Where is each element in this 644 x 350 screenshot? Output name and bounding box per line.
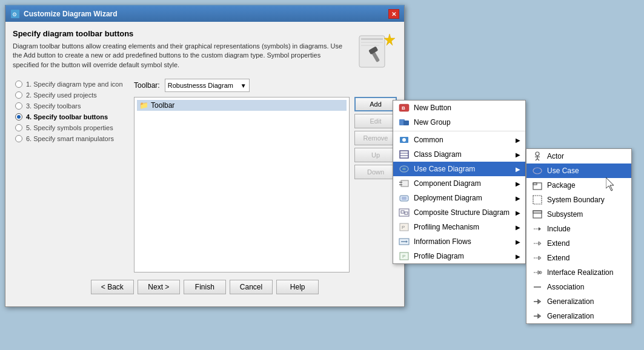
- menu-item-composite-structure[interactable]: Composite Structure Diagram ▶: [393, 205, 525, 220]
- svg-point-19: [402, 168, 406, 170]
- step4-label: 4. Specify toolbar buttons: [26, 113, 108, 121]
- deployment-diagram-icon: [398, 193, 410, 203]
- back-button[interactable]: < Back: [91, 280, 134, 294]
- submenu-system-boundary-label: System Boundary: [547, 196, 605, 204]
- edit-button[interactable]: Edit: [354, 114, 397, 128]
- menu-info-flows-label: Information Flows: [414, 237, 471, 246]
- menu-item-use-case-diagram[interactable]: Use Case Diagram ▶: [393, 162, 525, 176]
- help-button[interactable]: Help: [276, 280, 319, 294]
- svg-rect-43: [533, 196, 542, 204]
- submenu-use-case-label: Use Case: [547, 167, 579, 175]
- svg-line-39: [537, 159, 539, 160]
- submenu-subsystem-label: Subsystem: [547, 210, 583, 219]
- submenu-item-association[interactable]: Association: [526, 280, 631, 294]
- main-content: 1. Specify diagram type and icon 2. Spec…: [13, 79, 397, 272]
- finish-button[interactable]: Finish: [184, 280, 226, 294]
- component-arrow-icon: ▶: [516, 180, 520, 187]
- step5-label: 5. Specify symbols properties: [26, 124, 113, 131]
- menu-item-new-button[interactable]: B New Button: [393, 101, 525, 115]
- submenu-item-extend1[interactable]: Extend: [526, 236, 631, 251]
- submenu-association-label: Association: [547, 283, 584, 291]
- sidebar-item-step3[interactable]: 3. Specify toolbars: [13, 101, 128, 111]
- profiling-arrow-icon: ▶: [516, 224, 520, 231]
- menu-separator-1: [393, 131, 525, 131]
- svg-rect-24: [402, 197, 407, 200]
- header-icon: [354, 29, 397, 71]
- svg-point-35: [536, 152, 539, 156]
- submenu-item-interface-realization[interactable]: Interface Realization: [526, 265, 631, 280]
- common-arrow-icon: ▶: [516, 137, 520, 144]
- menu-item-profiling-mechanism[interactable]: P Profiling Mechanism ▶: [393, 220, 525, 234]
- submenu-generalization1-label: Generalization: [547, 297, 594, 306]
- class-diagram-icon: [398, 150, 410, 159]
- toolbar-select[interactable]: Robustnesss Diagram ▼: [165, 79, 250, 92]
- down-button[interactable]: Down: [354, 165, 397, 179]
- up-button[interactable]: Up: [354, 148, 397, 162]
- submenu-item-system-boundary[interactable]: System Boundary: [526, 193, 631, 207]
- svg-rect-20: [401, 180, 408, 187]
- menu-item-component-diagram[interactable]: Component Diagram ▶: [393, 176, 525, 191]
- step3-label: 3. Specify toolbars: [26, 102, 81, 110]
- menu-deployment-label: Deployment Diagram: [414, 194, 482, 202]
- dialog-title: Customize Diagram Wizard: [24, 10, 118, 18]
- sidebar-item-step1[interactable]: 1. Specify diagram type and icon: [13, 79, 128, 90]
- step6-label: 6. Specify smart manipulators: [26, 135, 114, 142]
- menu-profiling-label: Profiling Mechanism: [414, 223, 479, 231]
- submenu-item-subsystem[interactable]: Subsystem: [526, 207, 631, 222]
- submenu-item-generalization2[interactable]: Generalization: [526, 309, 631, 323]
- composite-arrow-icon: ▶: [516, 210, 520, 216]
- toolbar-tree-panel: 📁 Toolbar: [134, 97, 350, 272]
- menu-new-group-label: New Group: [414, 118, 451, 127]
- menu-item-common[interactable]: Common ▶: [393, 133, 525, 147]
- menu-item-deployment-diagram[interactable]: Deployment Diagram ▶: [393, 191, 525, 205]
- radio-step3: [15, 102, 22, 110]
- title-bar-left: ⚙ Customize Diagram Wizard: [10, 9, 118, 19]
- submenu-extend1-label: Extend: [547, 239, 569, 248]
- submenu-extend2-label: Extend: [547, 254, 569, 262]
- menu-item-class-diagram[interactable]: Class Diagram ▶: [393, 147, 525, 162]
- menu-profile-diagram-label: Profile Diagram: [414, 252, 464, 260]
- svg-point-14: [402, 138, 406, 142]
- menu-item-profile-diagram[interactable]: P Profile Diagram ▶: [393, 249, 525, 263]
- submenu-item-actor[interactable]: Actor: [526, 149, 631, 163]
- chevron-down-icon: ▼: [241, 82, 247, 89]
- submenu-include-label: Include: [547, 225, 571, 233]
- information-flows-icon: [398, 237, 410, 246]
- common-icon: [398, 135, 410, 145]
- radio-step4: [15, 113, 22, 121]
- submenu-interface-realization-label: Interface Realization: [547, 268, 613, 277]
- svg-rect-45: [533, 211, 542, 213]
- svg-rect-27: [405, 212, 408, 214]
- menu-new-button-label: New Button: [414, 104, 451, 112]
- submenu-item-include[interactable]: Include: [526, 222, 631, 236]
- submenu-item-extend2[interactable]: Extend: [526, 251, 631, 265]
- sidebar-item-step4[interactable]: 4. Specify toolbar buttons: [13, 111, 128, 122]
- header-title: Specify diagram toolbar buttons: [13, 29, 347, 38]
- profile-diagram-icon: P: [398, 251, 410, 261]
- sidebar-item-step2[interactable]: 2. Specify used projects: [13, 90, 128, 101]
- submenu-item-package[interactable]: Package: [526, 178, 631, 193]
- sidebar-item-step5[interactable]: 5. Specify symbols properties: [13, 122, 128, 133]
- deployment-arrow-icon: ▶: [516, 195, 520, 202]
- radio-step6: [15, 135, 22, 142]
- package-icon: [531, 180, 543, 190]
- sidebar: 1. Specify diagram type and icon 2. Spec…: [13, 79, 134, 272]
- close-button[interactable]: ✕: [388, 9, 399, 19]
- submenu-item-use-case[interactable]: Use Case: [526, 163, 631, 178]
- add-button[interactable]: Add: [354, 97, 397, 111]
- remove-button[interactable]: Remove: [354, 131, 397, 145]
- svg-rect-12: [403, 121, 409, 125]
- step2-label: 2. Specify used projects: [26, 91, 97, 99]
- submenu-item-generalization1[interactable]: Generalization: [526, 294, 631, 309]
- next-button[interactable]: Next >: [138, 280, 180, 294]
- menu-item-information-flows[interactable]: Information Flows ▶: [393, 234, 525, 249]
- sidebar-item-step6[interactable]: 6. Specify smart manipulators: [13, 133, 128, 144]
- cancel-button[interactable]: Cancel: [230, 280, 273, 294]
- tree-root-item[interactable]: 📁 Toolbar: [137, 100, 347, 111]
- menu-item-new-group[interactable]: New Group: [393, 115, 525, 130]
- subsystem-icon: [531, 210, 543, 219]
- tree-root-label: Toolbar: [151, 101, 174, 110]
- generalization1-icon: [531, 297, 543, 306]
- step1-label: 1. Specify diagram type and icon: [26, 81, 123, 88]
- folder-icon: 📁: [139, 101, 148, 110]
